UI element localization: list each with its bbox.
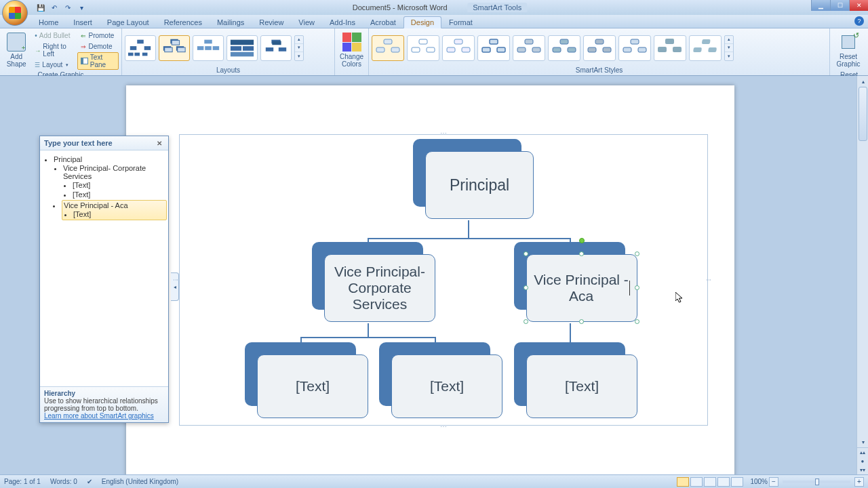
- layout-option-3[interactable]: [193, 35, 224, 61]
- zoom-level[interactable]: 100%: [750, 478, 768, 485]
- style-option-7[interactable]: [583, 35, 616, 61]
- next-page-icon[interactable]: ▾▾: [857, 466, 868, 474]
- connector: [368, 238, 571, 239]
- office-button[interactable]: [2, 0, 28, 26]
- view-outline[interactable]: [717, 477, 730, 487]
- svg-rect-36: [525, 39, 533, 44]
- style-option-9[interactable]: [654, 35, 686, 61]
- tab-home[interactable]: Home: [31, 16, 66, 28]
- group-label-styles: SmartArt Styles: [372, 66, 827, 75]
- style-option-10[interactable]: [689, 35, 722, 61]
- text-pane-toggle[interactable]: Text Pane: [77, 52, 119, 70]
- style-option-8[interactable]: [618, 35, 651, 61]
- rotate-handle[interactable]: [579, 238, 585, 243]
- svg-rect-41: [568, 47, 576, 52]
- tab-view[interactable]: View: [291, 16, 322, 28]
- text-cursor: [629, 281, 630, 296]
- text-pane-body[interactable]: Principal Vice Principal- Corporate Serv…: [40, 150, 168, 386]
- style-option-4[interactable]: [477, 35, 510, 61]
- tab-page-layout[interactable]: Page Layout: [100, 16, 157, 28]
- change-colors-icon: [342, 33, 361, 52]
- resize-handle[interactable]: [524, 251, 528, 256]
- layouts-gallery[interactable]: ▴▾▾: [125, 35, 304, 61]
- tab-design[interactable]: Design: [403, 16, 441, 28]
- tab-format[interactable]: Format: [441, 16, 480, 28]
- add-bullet-button[interactable]: Add Bullet: [31, 30, 76, 41]
- view-full-screen[interactable]: [690, 477, 703, 487]
- view-web-layout[interactable]: [704, 477, 716, 487]
- view-draft[interactable]: [731, 477, 743, 487]
- layout-option-2[interactable]: [159, 35, 190, 61]
- resize-handle[interactable]: [635, 251, 639, 256]
- promote-button[interactable]: Promote: [77, 30, 119, 41]
- zoom-in-button[interactable]: +: [854, 477, 864, 487]
- tp-footer-link[interactable]: Learn more about SmartArt graphics: [44, 412, 154, 420]
- maximize-button[interactable]: ☐: [830, 0, 849, 11]
- style-option-1[interactable]: [372, 35, 404, 61]
- layouts-gallery-scroll[interactable]: ▴▾▾: [294, 35, 304, 61]
- minimize-button[interactable]: ▁: [811, 0, 830, 11]
- scroll-thumb[interactable]: [859, 87, 867, 141]
- style-option-2[interactable]: [407, 35, 439, 61]
- svg-rect-21: [272, 41, 281, 45]
- scroll-up-icon[interactable]: ▴: [857, 76, 868, 87]
- styles-gallery-scroll[interactable]: ▴▾▾: [724, 35, 734, 61]
- tp-item-placeholder[interactable]: [Text]: [73, 190, 165, 199]
- zoom-thumb[interactable]: [815, 479, 819, 485]
- tab-mailings[interactable]: Mailings: [210, 16, 252, 28]
- tab-review[interactable]: Review: [252, 16, 291, 28]
- tp-item-principal[interactable]: Principal Vice Principal- Corporate Serv…: [54, 155, 165, 221]
- style-option-6[interactable]: [548, 35, 580, 61]
- demote-button[interactable]: Demote: [77, 41, 119, 52]
- prev-page-icon[interactable]: ▴▴: [857, 448, 868, 457]
- resize-handle[interactable]: [635, 319, 639, 324]
- text-pane-title: Type your text here: [44, 139, 113, 147]
- qat-undo-icon[interactable]: ↶: [49, 2, 60, 13]
- layout-dropdown-button[interactable]: Layout▾: [31, 60, 76, 70]
- resize-handle[interactable]: [524, 319, 528, 324]
- vertical-scrollbar[interactable]: ▴ ▾ ▴▴ ● ▾▾: [856, 76, 868, 474]
- scroll-down-icon[interactable]: ▾: [857, 436, 868, 447]
- reset-graphic-button[interactable]: ↺ Reset Graphic: [833, 30, 864, 70]
- canvas-handle-right[interactable]: ⋮: [708, 277, 712, 283]
- canvas-handle-left[interactable]: ⋮: [175, 277, 179, 283]
- zoom-slider[interactable]: [783, 481, 850, 483]
- right-to-left-button[interactable]: Right to Left: [31, 41, 76, 59]
- status-words[interactable]: Words: 0: [50, 478, 77, 485]
- view-print-layout[interactable]: [677, 477, 689, 487]
- group-layouts: ▴▾▾ Layouts: [122, 28, 335, 75]
- qat-save-icon[interactable]: 💾: [35, 2, 46, 13]
- add-shape-button[interactable]: ＋ Add Shape: [3, 30, 30, 70]
- help-icon[interactable]: ?: [854, 16, 864, 26]
- smartart-canvas[interactable]: ⋮ ⋮ Principal Vice Principal- Corporate …: [179, 134, 708, 426]
- browse-object-icon[interactable]: ●: [857, 457, 868, 466]
- resize-handle[interactable]: [524, 285, 528, 290]
- tab-references[interactable]: References: [157, 16, 210, 28]
- tab-insert[interactable]: Insert: [66, 16, 100, 28]
- rtl-icon: [35, 47, 41, 54]
- qat-dropdown-icon[interactable]: ▾: [76, 2, 87, 13]
- close-button[interactable]: ✕: [849, 0, 868, 11]
- style-option-3[interactable]: [442, 35, 475, 61]
- tab-addins[interactable]: Add-Ins: [322, 16, 363, 28]
- qat-redo-icon[interactable]: ↷: [62, 2, 73, 13]
- status-spellcheck-icon[interactable]: ✔: [87, 478, 92, 485]
- change-colors-button[interactable]: Change Colors: [338, 30, 366, 70]
- style-option-5[interactable]: [513, 35, 545, 61]
- status-language[interactable]: English (United Kingdom): [102, 478, 178, 485]
- layout-option-1[interactable]: [125, 35, 156, 61]
- tp-item-vp-aca[interactable]: Vice Principal - Aca [Text]: [62, 200, 167, 220]
- resize-handle[interactable]: [579, 251, 584, 256]
- layout-option-4[interactable]: [226, 35, 258, 61]
- zoom-out-button[interactable]: −: [769, 477, 778, 487]
- tab-acrobat[interactable]: Acrobat: [363, 16, 403, 28]
- tp-item-placeholder[interactable]: [Text]: [73, 209, 165, 219]
- resize-handle[interactable]: [635, 285, 639, 290]
- resize-handle[interactable]: [579, 319, 584, 324]
- status-page[interactable]: Page: 1 of 1: [4, 478, 41, 485]
- styles-gallery[interactable]: ▴▾▾: [372, 35, 734, 61]
- layout-option-5[interactable]: [260, 35, 292, 61]
- tp-item-vp-corp[interactable]: Vice Principal- Corporate Services [Text…: [63, 163, 165, 200]
- tp-item-placeholder[interactable]: [Text]: [73, 180, 165, 190]
- text-pane-close-icon[interactable]: ✕: [155, 138, 164, 148]
